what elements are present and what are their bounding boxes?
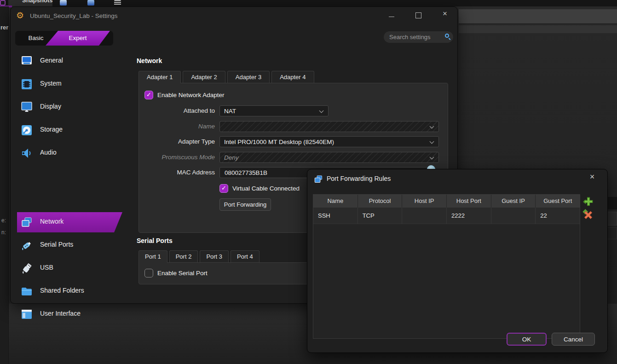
remove-rule-icon[interactable] [582, 209, 594, 220]
audio-icon [21, 148, 33, 159]
search-settings-input[interactable] [384, 31, 453, 43]
ok-button[interactable]: OK [507, 333, 547, 346]
snapshots-tab-label: Snapshots [22, 0, 52, 4]
port-forwarding-dialog: Port Forwarding Rules × Name Protocol Ho… [307, 169, 608, 353]
add-rule-icon[interactable] [582, 196, 594, 208]
enable-serial-port-checkbox[interactable] [144, 269, 153, 277]
column-header-guest-port[interactable]: Guest Port [536, 195, 580, 208]
settings-gear-icon: ⚙ [16, 10, 24, 21]
enable-network-adapter-label: Enable Network Adapter [157, 92, 225, 98]
column-header-guest-ip[interactable]: Guest IP [491, 195, 536, 208]
clipped-label-fragment: n: [1, 229, 6, 236]
tab-port-2[interactable]: Port 2 [169, 250, 198, 263]
rules-table: Name Protocol Host IP Host Port Guest IP… [313, 194, 580, 339]
tab-port-1[interactable]: Port 1 [138, 250, 167, 263]
cell-host-port[interactable]: 2222 [447, 208, 491, 224]
tab-port-4[interactable]: Port 4 [231, 250, 259, 263]
chevron-down-icon [430, 124, 434, 129]
name-label: Name [139, 123, 215, 130]
minimize-button[interactable] [388, 12, 395, 19]
virtualbox-icon [0, 0, 6, 6]
check-icon: ✓ [221, 185, 226, 191]
table-row[interactable]: SSH TCP 2222 22 [313, 208, 580, 224]
port-forwarding-dialog-title: Port Forwarding Rules [327, 175, 391, 182]
settings-sidebar: General System Display Storage Audio Net… [11, 51, 130, 290]
enable-serial-port-label: Enable Serial Port [157, 270, 208, 277]
port-forwarding-button[interactable]: Port Forwarding [219, 198, 271, 211]
settings-window-title: Ubuntu_Security_Lab - Settings [30, 12, 118, 19]
cell-name[interactable]: SSH [313, 208, 358, 224]
cancel-button[interactable]: Cancel [552, 333, 595, 346]
clipped-label-fragment: ren [0, 24, 9, 31]
cell-protocol[interactable]: TCP [358, 208, 403, 224]
sidebar-item-serial-ports[interactable]: Serial Ports [17, 235, 113, 255]
column-header-host-ip[interactable]: Host IP [402, 195, 447, 208]
promiscuous-mode-row: Promiscuous Mode Deny [139, 152, 443, 163]
attached-to-dropdown[interactable]: NAT [219, 105, 329, 116]
enable-network-adapter-checkbox[interactable]: ✓ [144, 91, 153, 99]
sidebar-item-usb[interactable]: USB [17, 258, 113, 278]
chevron-down-icon [430, 139, 434, 144]
tab-adapter-2[interactable]: Adapter 2 [183, 71, 225, 83]
search-settings [384, 31, 453, 43]
name-row: Name [139, 121, 443, 132]
adapter-type-row: Adapter Type Intel PRO/1000 MT Desktop (… [139, 136, 443, 147]
dialog-close-icon[interactable]: × [587, 172, 597, 182]
serial-section-title: Serial Ports [137, 237, 173, 244]
sidebar-item-general[interactable]: General [17, 51, 113, 71]
background-row [459, 9, 617, 24]
take-snapshot-icon[interactable] [60, 0, 67, 6]
general-icon [21, 56, 33, 67]
serial-port-tab-bar: Port 1 Port 2 Port 3 Port 4 [138, 250, 259, 263]
adapter-type-dropdown[interactable]: Intel PRO/1000 MT Desktop (82540EM) [219, 136, 439, 147]
sidebar-item-network[interactable]: Network [17, 212, 122, 232]
network-section-title: Network [137, 57, 162, 64]
mode-tab-bar: Basic Expert [15, 31, 113, 46]
maximize-button[interactable] [415, 12, 422, 19]
screen: Snapshots ren e: n: ⚙ Ubuntu_Security_La… [0, 0, 617, 364]
cell-guest-ip[interactable] [491, 208, 536, 224]
sidebar-item-shared-folders[interactable]: Shared Folders [17, 281, 113, 301]
background-fragment [607, 197, 617, 209]
snapshots-tab[interactable]: Snapshots [8, 0, 52, 6]
tab-port-3[interactable]: Port 3 [200, 250, 229, 263]
promiscuous-mode-dropdown: Deny [219, 152, 439, 163]
delete-snapshot-icon[interactable] [87, 0, 94, 6]
virtual-cable-label: Virtual Cable Connected [232, 185, 300, 192]
chevron-down-icon [430, 155, 434, 160]
sidebar-item-display[interactable]: Display [17, 97, 113, 117]
chevron-down-icon [319, 109, 324, 113]
cell-host-ip[interactable] [402, 208, 447, 224]
background-row [459, 25, 617, 33]
column-header-name[interactable]: Name [313, 195, 358, 208]
sidebar-item-storage[interactable]: Storage [17, 120, 113, 140]
adapter-type-label: Adapter Type [139, 138, 215, 145]
sidebar-item-system[interactable]: System [17, 74, 113, 94]
close-button[interactable]: × [441, 9, 449, 17]
network-icon [21, 217, 33, 228]
serial-ports-icon [21, 240, 33, 251]
column-header-host-port[interactable]: Host Port [447, 195, 491, 208]
background-fragment [607, 212, 617, 225]
display-icon [21, 102, 33, 113]
column-header-protocol[interactable]: Protocol [358, 195, 403, 208]
check-icon: ✓ [146, 91, 151, 98]
rules-table-header: Name Protocol Host IP Host Port Guest IP… [313, 195, 580, 208]
tab-adapter-1[interactable]: Adapter 1 [138, 71, 181, 83]
port-forwarding-dialog-icon [314, 175, 323, 184]
tab-adapter-3[interactable]: Adapter 3 [227, 71, 270, 83]
adapter-tab-bar: Adapter 1 Adapter 2 Adapter 3 Adapter 4 [138, 71, 314, 83]
snapshot-properties-icon[interactable] [114, 0, 121, 6]
usb-icon [21, 263, 33, 274]
attached-to-label: Attached to [139, 107, 215, 114]
sidebar-item-user-interface[interactable]: User Interface [17, 304, 113, 324]
name-dropdown [219, 121, 439, 132]
cell-guest-port[interactable]: 22 [536, 208, 580, 224]
sidebar-item-audio[interactable]: Audio [17, 143, 113, 163]
mac-address-label: MAC Address [139, 169, 215, 176]
virtual-cable-checkbox[interactable]: ✓ [219, 184, 228, 193]
background-fragment [607, 227, 617, 239]
promiscuous-mode-label: Promiscuous Mode [139, 154, 215, 161]
user-interface-icon [21, 309, 33, 320]
tab-adapter-4[interactable]: Adapter 4 [271, 71, 314, 83]
